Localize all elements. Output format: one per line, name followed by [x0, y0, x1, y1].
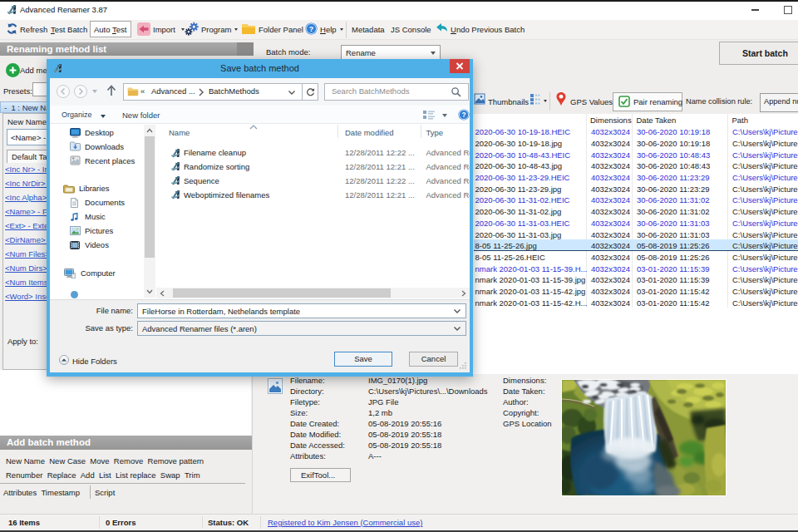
svg-text:?: ?: [309, 25, 314, 33]
svg-text:?: ?: [461, 111, 466, 119]
